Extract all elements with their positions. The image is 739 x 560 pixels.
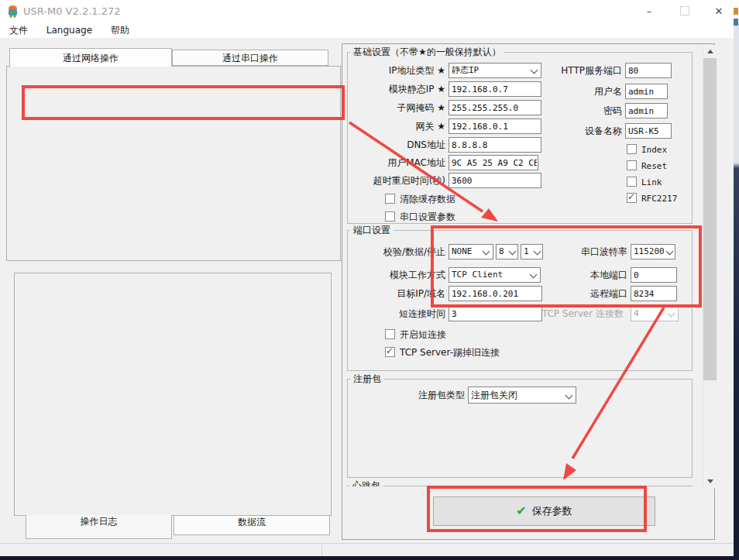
parity-select[interactable]: NONE [449, 244, 493, 259]
short-connection-checkbox-box [385, 329, 395, 339]
rfc2217-checkbox-box [627, 193, 637, 203]
device-name-input[interactable] [625, 123, 672, 139]
heartbeat-packet-group [347, 486, 693, 486]
settings-scroll-viewport: 基础设置（不带★的一般保持默认） IP地址类型 ★ 静态IP 模块静态IP ★ … [343, 45, 701, 486]
remote-port-input[interactable] [631, 286, 677, 301]
gateway-label: 网关 ★ [348, 119, 445, 134]
maximize-button[interactable] [673, 0, 696, 22]
username-input[interactable] [625, 84, 668, 99]
link-checkbox-box [627, 177, 637, 187]
desktop-icon [734, 8, 738, 15]
log-tab-page [14, 273, 332, 516]
checkbox-link[interactable]: Link [627, 177, 662, 188]
short-connection-time-label: 短连接时间 [348, 306, 445, 321]
title-bar: USR-M0 V2.2.1.272 – ✕ [0, 0, 739, 22]
arrow-up-icon [707, 50, 713, 53]
http-port-input[interactable] [625, 63, 672, 78]
kick-old-checkbox-box [385, 347, 395, 357]
tab-serial-operation-label: 通过串口操作 [222, 50, 278, 65]
mac-input[interactable] [449, 155, 538, 170]
parity-data-stop-label: 校验/数据/停止 [348, 244, 445, 259]
mac-label: 用户MAC地址 [348, 155, 445, 170]
device-name-label: 设备名称 [510, 123, 622, 139]
checkbox-clear-cache[interactable]: 清除缓存数据 [385, 194, 455, 205]
port-settings-group: 端口设置 校验/数据/停止 NONE 8 1 串口波特率 115200 模块工作… [347, 230, 693, 371]
register-packet-title: 注册包 [350, 373, 384, 386]
tab-network-operation-label: 通过网络操作 [63, 49, 119, 65]
minimize-button[interactable]: – [638, 0, 661, 22]
tab-data-stream[interactable]: 数据流 [174, 515, 330, 535]
kick-old-label: TCP Server-踢掉旧连接 [400, 347, 500, 358]
dns-label: DNS地址 [348, 137, 445, 153]
tcp-server-conn-count-select: 4 [631, 306, 679, 321]
scrollbar-track[interactable] [703, 45, 716, 488]
http-port-label: HTTP服务端口 [510, 63, 622, 78]
network-tab-page [6, 66, 341, 261]
heartbeat-packet-title: 心跳包 [349, 479, 383, 486]
chevron-down-icon [666, 248, 674, 256]
chevron-down-icon [668, 310, 675, 318]
menu-bar: 文件 Language 帮助 [0, 22, 739, 38]
checkbox-index[interactable]: Index [627, 144, 667, 156]
work-mode-label: 模块工作方式 [348, 267, 445, 283]
chevron-down-icon [565, 392, 573, 400]
rfc2217-label: RFC2217 [641, 194, 677, 204]
reset-label: Reset [641, 161, 667, 171]
tab-operation-log[interactable]: 操作日志 [26, 515, 172, 539]
timeout-restart-input[interactable] [449, 173, 541, 188]
remote-port-label: 远程端口 [507, 286, 627, 301]
checkbox-enable-short-connection[interactable]: 开启短连接 [385, 329, 446, 341]
checkbox-serial-setup-params[interactable]: 串口设置参数 [385, 211, 455, 223]
baud-rate-select[interactable]: 115200 [631, 244, 675, 259]
password-input[interactable] [625, 103, 668, 119]
status-bar [0, 543, 734, 556]
save-params-label: 保存参数 [532, 504, 572, 518]
desktop-icon [734, 19, 738, 26]
chevron-down-icon [483, 248, 490, 256]
basic-settings-title: 基础设置（不带★的一般保持默认） [350, 46, 504, 59]
checkbox-reset[interactable]: Reset [627, 160, 667, 172]
index-checkbox-box [627, 144, 637, 154]
tab-data-stream-label: 数据流 [238, 514, 266, 527]
serial-setup-label: 串口设置参数 [400, 211, 455, 222]
tab-operation-log-label: 操作日志 [81, 511, 118, 527]
scrollbar-down-button[interactable] [703, 475, 717, 488]
tcp-server-conn-count-label: TCP Server 连接数 [507, 306, 624, 321]
save-params-button[interactable]: ✔ 保存参数 [433, 496, 655, 526]
taskbar-strip [0, 556, 739, 560]
scrollbar-up-button[interactable] [703, 45, 717, 58]
local-port-label: 本地端口 [507, 267, 627, 283]
static-ip-label: 模块静态IP ★ [348, 81, 445, 97]
menu-item-file[interactable]: 文件 [2, 22, 36, 38]
app-icon [6, 5, 19, 18]
basic-settings-group: 基础设置（不带★的一般保持默认） IP地址类型 ★ 静态IP 模块静态IP ★ … [347, 52, 693, 224]
register-packet-group: 注册包 注册包类型 注册包关闭 [347, 379, 693, 478]
checkbox-rfc2217[interactable]: RFC2217 [627, 193, 677, 204]
clear-cache-checkbox-box [385, 194, 395, 204]
link-label: Link [641, 177, 662, 187]
tab-network-operation[interactable]: 通过网络操作 [9, 48, 172, 67]
register-packet-type-select[interactable]: 注册包关闭 [468, 387, 576, 404]
status-bar-divider [321, 544, 322, 556]
netmask-label: 子网掩码 ★ [348, 100, 445, 115]
menu-item-language[interactable]: Language [39, 22, 100, 39]
menu-item-help[interactable]: 帮助 [103, 22, 137, 38]
ip-type-label: IP地址类型 ★ [348, 63, 445, 78]
scrollbar-thumb[interactable] [703, 58, 717, 380]
username-label: 用户名 [510, 84, 622, 99]
window-title: USR-M0 V2.2.1.272 [23, 5, 121, 17]
checkbox-kick-old-connection[interactable]: TCP Server-踢掉旧连接 [385, 347, 500, 359]
register-packet-type-label: 注册包类型 [371, 387, 465, 403]
arrow-down-icon [707, 479, 713, 483]
baud-rate-label: 串口波特率 [507, 244, 627, 259]
close-button[interactable]: ✕ [707, 0, 730, 22]
index-label: Index [641, 145, 667, 155]
dns-input[interactable] [449, 137, 541, 153]
timeout-restart-label: 超时重启时间(秒) [348, 173, 445, 188]
tab-serial-operation[interactable]: 通过串口操作 [172, 50, 328, 66]
clear-cache-label: 清除缓存数据 [400, 194, 455, 204]
local-port-input[interactable] [631, 267, 677, 283]
green-check-icon: ✔ [516, 506, 526, 517]
port-settings-title: 端口设置 [350, 224, 394, 237]
password-label: 密码 [510, 103, 622, 119]
